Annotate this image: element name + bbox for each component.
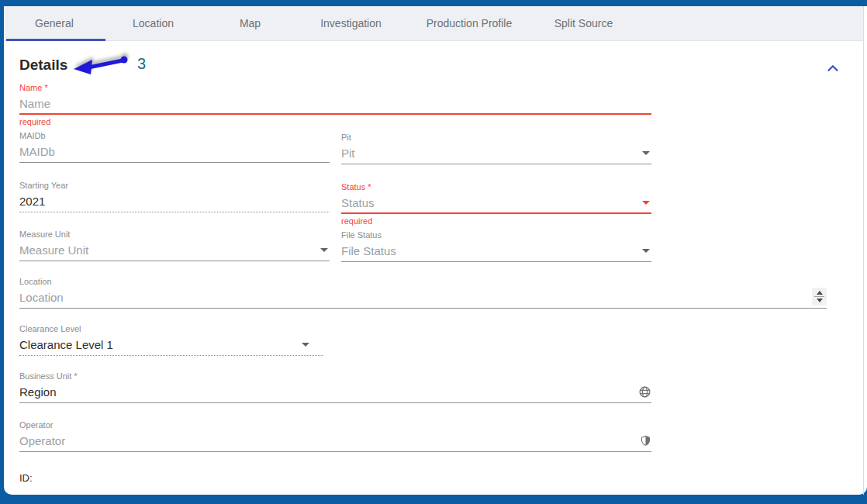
spinner-down-icon[interactable] — [817, 299, 823, 302]
operator-input[interactable] — [19, 434, 634, 447]
status-field: Status * Status required — [341, 181, 651, 226]
dropdown-arrow-icon — [642, 201, 650, 205]
maidb-input[interactable] — [19, 145, 330, 158]
tab-location-label: Location — [133, 17, 174, 29]
clearance-level-field: Clearance Level Clearance Level 1 — [19, 323, 323, 356]
clearance-level-label: Clearance Level — [19, 323, 323, 334]
business-unit-input[interactable] — [19, 385, 632, 399]
measure-unit-select[interactable]: Measure Unit — [19, 240, 330, 261]
measure-unit-select-placeholder: Measure Unit — [19, 243, 314, 257]
location-input[interactable] — [19, 291, 806, 304]
starting-year-control — [19, 191, 330, 212]
collapse-section-button[interactable] — [823, 58, 843, 78]
maidb-field: MAIDb — [19, 130, 330, 163]
file-status-field: File Status File Status — [341, 230, 651, 262]
tab-general-label: General — [35, 17, 74, 29]
name-error: required — [19, 117, 651, 126]
number-spinner[interactable] — [812, 288, 827, 306]
dropdown-arrow-icon — [302, 343, 309, 347]
annotation-arrow-icon — [70, 47, 143, 80]
tab-map[interactable]: Map — [202, 6, 299, 40]
name-input[interactable] — [19, 97, 651, 110]
section-title: Details — [19, 57, 67, 74]
measure-unit-label: Measure Unit — [19, 229, 330, 240]
clearance-level-select[interactable]: Clearance Level 1 — [19, 334, 323, 356]
tab-production-profile[interactable]: Production Profile — [403, 6, 535, 40]
operator-label: Operator — [19, 419, 651, 430]
maidb-label: MAIDb — [19, 130, 330, 141]
dropdown-arrow-icon — [642, 151, 650, 155]
globe-icon — [638, 385, 651, 399]
tab-bar: General Location Map Investigation Produ… — [4, 6, 863, 41]
name-label: Name * — [19, 82, 651, 93]
general-tab-panel: Details 3 Name * required MAIDb — [4, 41, 867, 495]
spinner-divider — [814, 296, 824, 297]
name-control[interactable] — [19, 93, 651, 115]
dropdown-arrow-icon — [642, 249, 650, 253]
operator-field: Operator — [19, 419, 651, 452]
starting-year-input[interactable] — [19, 195, 330, 208]
record-id-label: ID: — [19, 472, 33, 484]
starting-year-label: Starting Year — [19, 180, 330, 191]
tab-investigation[interactable]: Investigation — [299, 6, 403, 40]
status-select[interactable]: Status — [341, 192, 651, 214]
chevron-up-icon — [824, 60, 841, 77]
location-control[interactable] — [19, 287, 827, 309]
tab-investigation-label: Investigation — [320, 17, 382, 29]
status-error: required — [341, 216, 651, 226]
dropdown-arrow-icon — [320, 248, 328, 252]
spinner-up-icon[interactable] — [817, 291, 823, 295]
business-unit-label: Business Unit * — [19, 371, 651, 381]
name-field: Name * required — [19, 82, 651, 126]
starting-year-field: Starting Year — [19, 180, 330, 212]
pit-select[interactable]: Pit — [341, 143, 651, 164]
operator-control[interactable] — [19, 430, 651, 452]
location-label: Location — [19, 276, 827, 287]
file-status-select[interactable]: File Status — [341, 240, 651, 262]
tab-general[interactable]: General — [4, 6, 105, 40]
panel-right-border — [863, 6, 864, 495]
file-status-label: File Status — [341, 230, 651, 240]
pit-label: Pit — [341, 132, 651, 143]
status-select-placeholder: Status — [341, 196, 636, 209]
measure-unit-field: Measure Unit Measure Unit — [19, 229, 330, 261]
pit-field: Pit Pit — [341, 132, 651, 164]
app-window: General Location Map Investigation Produ… — [0, 0, 867, 504]
clearance-level-value: Clearance Level 1 — [19, 338, 295, 351]
tab-map-label: Map — [240, 17, 261, 29]
pit-select-placeholder: Pit — [341, 147, 636, 160]
status-label: Status * — [341, 181, 651, 192]
top-right-gutter — [864, 6, 867, 41]
shield-icon — [640, 434, 651, 447]
maidb-control[interactable] — [19, 141, 330, 163]
tab-split-source[interactable]: Split Source — [535, 6, 632, 40]
business-unit-control[interactable] — [19, 381, 651, 403]
location-field: Location — [19, 276, 827, 309]
tab-location[interactable]: Location — [105, 6, 202, 40]
business-unit-field: Business Unit * — [19, 371, 651, 403]
tab-split-source-label: Split Source — [554, 17, 613, 29]
file-status-select-placeholder: File Status — [341, 244, 636, 257]
annotation-number: 3 — [137, 55, 146, 73]
tab-production-profile-label: Production Profile — [427, 17, 513, 29]
